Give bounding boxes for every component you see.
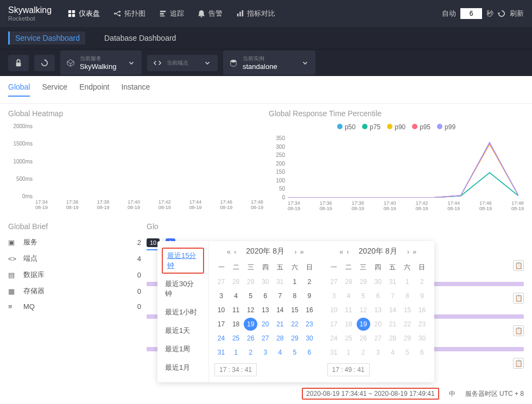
alarm-icon xyxy=(198,10,205,17)
refresh-icon[interactable] xyxy=(498,10,505,17)
prev-month-icon[interactable]: ‹ xyxy=(346,248,349,256)
next-year-icon[interactable]: » xyxy=(413,248,416,256)
prev-month-icon[interactable]: ‹ xyxy=(234,248,236,256)
nav-dashboard-label: 仪表盘 xyxy=(79,9,100,18)
dp-cal-right: « ‹ 2020年 8月 › » 一二三四五六日2728293031123456… xyxy=(322,241,435,382)
svg-rect-10 xyxy=(237,14,239,16)
trace-icon xyxy=(159,10,167,17)
tab-endpoint[interactable]: Endpoint xyxy=(79,83,109,97)
brief-value: 0 xyxy=(137,271,141,279)
slow-title: Glo xyxy=(147,222,524,231)
clipboard-icon[interactable]: 📋 xyxy=(513,293,524,304)
prev-year-icon[interactable]: « xyxy=(227,248,231,256)
package-icon xyxy=(67,59,74,67)
auto-label: 自动 xyxy=(442,9,456,18)
dp-cal-left: « ‹ 2020年 8月 › » 一二三四五六日2728293031123456… xyxy=(209,241,322,382)
nav-compare[interactable]: 指标对比 xyxy=(236,9,275,18)
svg-point-4 xyxy=(114,12,116,15)
dp-shortcut-1w[interactable]: 最近1周 xyxy=(157,340,208,358)
brief-panel: Global Brief ▣服务2<>端点4▤数据库0▦存储器0≡MQ0 xyxy=(8,222,141,373)
logo-subtext: Rocketbot xyxy=(8,15,52,22)
tab-global[interactable]: Global xyxy=(8,83,30,97)
topbar: Skywalking Rocketbot 仪表盘 拓扑图 追踪 告警 指标对比 … xyxy=(0,0,532,27)
sub-service-dashboard[interactable]: Service Dashboard xyxy=(8,31,85,45)
logo-text: Skywalking xyxy=(8,5,52,15)
nav-topology[interactable]: 拓扑图 xyxy=(113,9,145,18)
charts-row: Global Heatmap 2000ms1500ms1000ms500ms0m… xyxy=(0,104,532,217)
nav-trace[interactable]: 追踪 xyxy=(159,9,184,18)
nav-alarm-label: 告警 xyxy=(208,9,223,18)
nav-alarm[interactable]: 告警 xyxy=(198,9,223,18)
svg-rect-13 xyxy=(16,62,21,66)
heatmap-y-axis: 2000ms1500ms1000ms500ms0ms xyxy=(8,123,35,199)
dp-time-left[interactable]: 17 : 34 : 41 xyxy=(214,363,257,376)
chevron-down-icon xyxy=(128,59,135,67)
service-value: SkyWalking xyxy=(80,62,116,71)
clipboard-icon[interactable]: 📋 xyxy=(513,358,524,369)
auto-interval-input[interactable] xyxy=(460,8,482,19)
svg-rect-12 xyxy=(242,10,244,16)
heatmap-panel: Global Heatmap 2000ms1500ms1000ms500ms0m… xyxy=(8,109,263,211)
code-icon xyxy=(154,59,161,67)
instance-selector[interactable]: 当前实例 standalone xyxy=(223,50,315,75)
instance-label: 当前实例 xyxy=(243,55,277,62)
prev-year-icon[interactable]: « xyxy=(339,248,343,256)
instance-value: standalone xyxy=(243,62,277,71)
brief-label: 数据库 xyxy=(23,270,131,280)
brief-icon: ≡ xyxy=(8,302,17,311)
reload-button[interactable] xyxy=(34,55,55,71)
dp-shortcut-1d[interactable]: 最近1天 xyxy=(157,321,208,340)
brief-value: 0 xyxy=(137,287,141,295)
lock-button[interactable] xyxy=(8,55,29,71)
dp-time-right[interactable]: 17 : 49 : 41 xyxy=(327,363,370,376)
next-year-icon[interactable]: » xyxy=(300,248,304,256)
sub-nav: Service Dashboard Database Dashboard xyxy=(0,27,532,49)
brief-title: Global Brief xyxy=(8,222,141,231)
brief-value: 4 xyxy=(137,255,141,263)
topology-icon xyxy=(113,10,121,17)
brief-icon: <> xyxy=(8,255,17,263)
next-month-icon[interactable]: › xyxy=(294,248,296,256)
clipboard-icon[interactable]: 📋 xyxy=(513,325,524,336)
dp-shortcut-15m[interactable]: 最近15分钟 xyxy=(167,251,196,269)
refresh-label[interactable]: 刷新 xyxy=(510,9,524,18)
next-month-icon[interactable]: › xyxy=(407,248,409,256)
time-range-display[interactable]: 2020-08-19 17:34:41 ~ 2020-08-19 17:49:4… xyxy=(302,388,439,400)
brief-icon: ▦ xyxy=(8,287,17,295)
logo: Skywalking Rocketbot xyxy=(8,5,52,22)
svg-rect-1 xyxy=(72,10,75,13)
brief-list: ▣服务2<>端点4▤数据库0▦存储器0≡MQ0 xyxy=(8,237,141,311)
brief-item: ▣服务2 xyxy=(8,237,141,247)
svg-rect-11 xyxy=(239,12,241,17)
lang-toggle[interactable]: 中 xyxy=(449,389,455,399)
svg-point-5 xyxy=(119,11,121,13)
seconds-label: 秒 xyxy=(486,9,493,18)
svg-rect-8 xyxy=(160,13,164,15)
tab-instance[interactable]: Instance xyxy=(121,83,150,97)
brief-icon: ▤ xyxy=(8,271,17,279)
dp-shortcut-30m[interactable]: 最近30分钟 xyxy=(157,275,208,303)
brief-label: 服务 xyxy=(23,237,131,247)
dp-shortcut-15m-highlight: 最近15分钟 xyxy=(162,248,204,274)
percentile-x-axis: 17:3408-1917:3608-1917:3808-1917:4008-19… xyxy=(288,200,524,211)
dp-shortcut-1h[interactable]: 最近1小时 xyxy=(157,303,208,321)
top-right: 自动 秒 刷新 xyxy=(442,8,524,19)
sub-database-dashboard[interactable]: Database Dashboard xyxy=(99,31,181,45)
datepicker: 最近15分钟 最近30分钟 最近1小时 最近1天 最近1周 最近1月 « ‹ 2… xyxy=(157,241,434,382)
brief-item: ▤数据库0 xyxy=(8,270,141,280)
tab-service[interactable]: Service xyxy=(42,83,67,97)
dp-shortcut-1mo[interactable]: 最近1月 xyxy=(157,358,208,377)
disk-icon xyxy=(230,59,237,67)
brief-label: MQ xyxy=(23,302,131,311)
endpoint-selector[interactable]: 当前端点 xyxy=(147,55,218,71)
heatmap-title: Global Heatmap xyxy=(8,109,263,118)
dp-grid-right: 一二三四五六日272829303112345678910111213141516… xyxy=(327,261,429,359)
brief-value: 0 xyxy=(137,302,141,311)
heatmap-plot xyxy=(35,123,258,197)
brief-label: 存储器 xyxy=(23,286,131,296)
brief-label: 端点 xyxy=(23,254,131,263)
clipboard-icon[interactable]: 📋 xyxy=(513,260,524,271)
percentile-title: Global Response Time Percentile xyxy=(269,109,524,118)
service-selector[interactable]: 当前服务 SkyWalking xyxy=(60,50,142,75)
nav-dashboard[interactable]: 仪表盘 xyxy=(68,9,100,18)
